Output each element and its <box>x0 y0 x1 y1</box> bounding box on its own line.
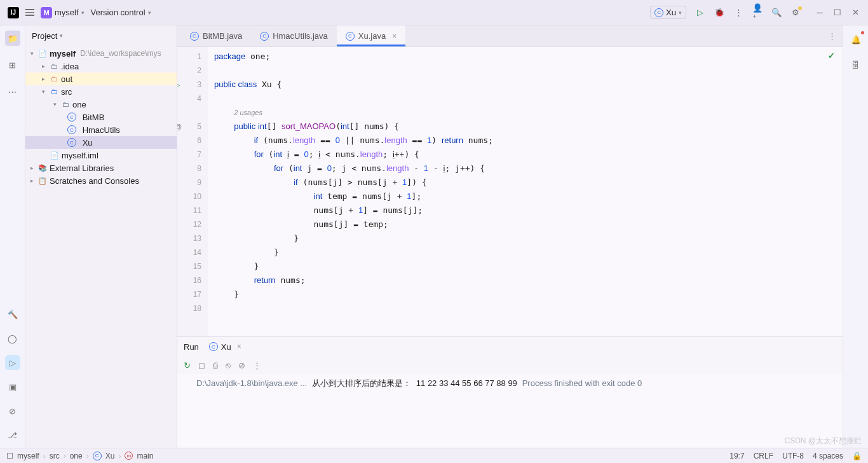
code-with-me-icon[interactable]: 👤⁺ <box>752 8 763 18</box>
chevron-down-icon: ▾ <box>81 10 85 16</box>
editor-gutter: 1234 56789101112131415161718 <box>177 47 208 336</box>
project-panel-title: Project <box>32 31 57 41</box>
readonly-lock-icon[interactable]: 🔒 <box>852 452 862 460</box>
tree-node-hmac[interactable]: C HmacUtils <box>25 123 177 136</box>
chevron-down-icon: ▾ <box>60 32 63 39</box>
right-tool-rail: 🔔 🗄 <box>843 25 868 448</box>
debug-button[interactable]: 🐞 <box>714 8 724 18</box>
run-config-label: Xu <box>666 8 676 17</box>
tabs-more-icon[interactable]: ⋮ <box>822 25 843 46</box>
terminal-tool-icon[interactable]: ▣ <box>5 379 20 394</box>
editor-area: CBitMB.java CHmacUtils.java CXu.java× ⋮ … <box>177 25 843 448</box>
class-icon: C <box>67 138 76 147</box>
class-icon: C <box>346 32 355 41</box>
tree-node-root[interactable]: ▾📄 myself D:\idea_workspace\mys <box>25 47 177 60</box>
intellij-logo-icon: IJ <box>8 7 19 18</box>
file-encoding[interactable]: UTF-8 <box>782 452 804 460</box>
run-panel-config-tab[interactable]: C Xu × <box>209 342 241 352</box>
project-tree: ▾📄 myself D:\idea_workspace\mys ▸🗀.idea … <box>25 46 177 448</box>
maximize-button[interactable]: ☐ <box>832 8 843 18</box>
project-name-label: myself <box>55 8 79 17</box>
tree-node-bitmb[interactable]: C BitMB <box>25 111 177 123</box>
method-icon: m <box>125 452 133 460</box>
database-tool-icon[interactable]: 🗄 <box>848 57 864 73</box>
run-tool-icon[interactable]: ▷ <box>5 355 20 370</box>
cursor-position[interactable]: 19:7 <box>729 452 744 460</box>
close-tab-icon[interactable]: × <box>392 32 397 41</box>
more-tools-icon[interactable]: ⋯ <box>5 84 20 99</box>
build-tool-icon[interactable]: 🔨 <box>5 307 20 322</box>
tab-bitmb[interactable]: CBitMB.java <box>181 25 251 46</box>
run-button[interactable]: ▷ <box>695 8 705 18</box>
problems-tool-icon[interactable]: ⊘ <box>5 403 20 418</box>
crumb-one[interactable]: one <box>70 452 83 460</box>
tree-node-scratches[interactable]: ▸📋Scratches and Consoles <box>25 174 177 187</box>
inspection-ok-icon[interactable]: ✓ <box>828 51 835 60</box>
exit-icon[interactable]: ⎋ <box>226 361 231 370</box>
notifications-icon[interactable]: 🔔 <box>848 32 864 47</box>
chevron-down-icon: ▾ <box>679 10 682 16</box>
chevron-down-icon: ▾ <box>148 10 151 16</box>
vcs-selector[interactable]: Version control ▾ <box>91 8 151 17</box>
clear-all-icon[interactable]: ⊘ <box>238 361 245 370</box>
code-editor[interactable]: package one; public class Xu { 2 usages … <box>208 47 843 336</box>
root-path: D:\idea_workspace\mys <box>80 49 161 58</box>
more-actions-button[interactable]: ⋮ <box>733 8 743 18</box>
project-panel-header[interactable]: Project ▾ <box>25 25 177 46</box>
main-menu-button[interactable] <box>25 9 34 16</box>
dump-threads-icon[interactable]: ⎙ <box>213 361 218 370</box>
editor-tabs: CBitMB.java CHmacUtils.java CXu.java× ⋮ <box>177 25 843 47</box>
crumb-src[interactable]: src <box>50 452 60 460</box>
tree-node-ext-libs[interactable]: ▸📚External Libraries <box>25 162 177 174</box>
services-tool-icon[interactable]: ◯ <box>5 331 20 346</box>
console-output[interactable]: D:\Java\jdk-1.8\bin\java.exe ... 从小到大排序后… <box>177 374 843 448</box>
vcs-label: Version control <box>91 8 146 17</box>
class-icon: C <box>260 32 269 41</box>
crumb-xu[interactable]: Xu <box>105 452 115 460</box>
class-icon: C <box>67 113 76 121</box>
close-button[interactable]: ✕ <box>850 8 860 18</box>
run-panel: Run C Xu × ↻ ◻ ⎙ ⎋ ⊘ ⋮ D:\Java\jdk-1.8\b… <box>177 336 843 448</box>
project-tool-icon[interactable]: 📁 <box>5 31 20 46</box>
run-panel-title[interactable]: Run <box>184 342 199 352</box>
tree-node-idea[interactable]: ▸🗀.idea <box>25 60 177 73</box>
left-tool-rail: 📁 ⊞ ⋯ 🔨 ◯ ▷ ▣ ⊘ ⎇ <box>0 25 25 448</box>
class-icon: C <box>209 342 218 351</box>
project-badge-icon: M <box>41 7 52 18</box>
minimize-button[interactable]: ─ <box>815 8 825 18</box>
class-icon: C <box>190 32 199 41</box>
search-icon[interactable]: 🔍 <box>771 8 782 18</box>
indent-setting[interactable]: 4 spaces <box>813 452 843 460</box>
project-selector[interactable]: M myself ▾ <box>41 7 85 18</box>
close-tab-icon[interactable]: × <box>237 342 241 351</box>
crumb-project[interactable]: myself <box>17 452 39 460</box>
project-panel: Project ▾ ▾📄 myself D:\idea_workspace\my… <box>25 25 177 448</box>
run-config-selector[interactable]: C Xu ▾ <box>650 6 686 19</box>
tab-xu[interactable]: CXu.java× <box>337 25 405 46</box>
line-separator[interactable]: CRLF <box>754 452 773 460</box>
git-tool-icon[interactable]: ⎇ <box>5 427 20 443</box>
watermark-text: CSDN @太太不想摆烂 <box>784 436 862 446</box>
crumb-main[interactable]: main <box>137 452 153 460</box>
stop-button[interactable]: ◻ <box>198 361 205 370</box>
settings-icon[interactable]: ⚙ <box>790 8 801 18</box>
status-bar: ☐ myself› src› one› C Xu› m main 19:7 CR… <box>0 448 868 463</box>
tree-node-one[interactable]: ▾🗀one <box>25 98 177 111</box>
class-icon: C <box>654 8 663 17</box>
more-icon[interactable]: ⋮ <box>253 361 261 370</box>
titlebar: IJ M myself ▾ Version control ▾ C Xu ▾ ▷… <box>0 0 868 25</box>
class-icon: C <box>67 125 76 134</box>
tree-node-xu[interactable]: C Xu <box>25 136 177 149</box>
tree-node-out[interactable]: ▸🗀out <box>25 73 177 85</box>
rerun-button[interactable]: ↻ <box>184 361 191 370</box>
tree-node-iml[interactable]: 📄myself.iml <box>25 149 177 162</box>
root-name: myself <box>50 49 76 59</box>
tree-node-src[interactable]: ▾🗀src <box>25 85 177 98</box>
class-icon: C <box>93 452 102 460</box>
run-toolbar: ↻ ◻ ⎙ ⎋ ⊘ ⋮ <box>177 356 843 374</box>
tab-hmacutils[interactable]: CHmacUtils.java <box>251 25 337 46</box>
structure-tool-icon[interactable]: ⊞ <box>5 57 20 73</box>
